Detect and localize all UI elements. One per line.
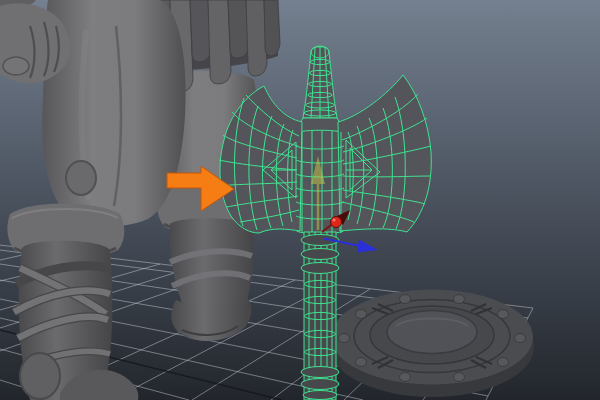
thumb	[3, 57, 29, 75]
viewport-window	[0, 0, 600, 400]
knee-pad	[66, 161, 96, 195]
round-base-disc[interactable]	[330, 290, 534, 398]
ankle-pad	[20, 353, 60, 399]
x-ball-highlight	[332, 218, 335, 221]
disc-center-dome	[387, 311, 477, 354]
3d-viewport[interactable]	[0, 0, 600, 400]
